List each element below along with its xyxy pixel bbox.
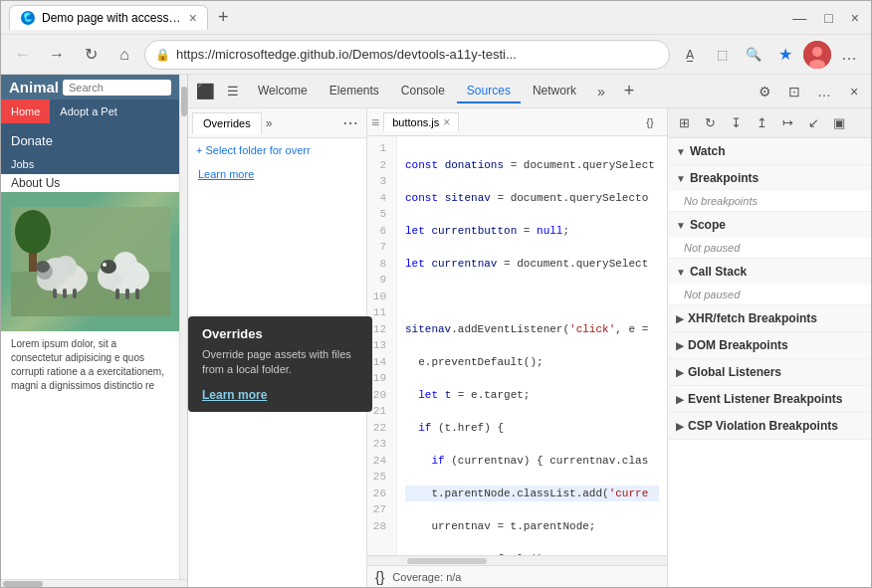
address-bar[interactable]: 🔒 https://microsoftedge.github.io/Demos/… — [144, 40, 670, 70]
dom-section: ▶ DOM Breakpoints — [668, 332, 871, 359]
global-header[interactable]: ▶ Global Listeners — [668, 359, 871, 385]
scope-header[interactable]: ▼ Scope — [668, 212, 871, 238]
dock-icon[interactable]: ⊡ — [781, 79, 807, 104]
scrollbar-thumb[interactable] — [407, 558, 487, 564]
tooltip-learn-more[interactable]: Learn more — [202, 388, 267, 402]
learn-more-link[interactable]: Learn more — [188, 162, 366, 186]
csp-section: ▶ CSP Violation Breakpoints — [668, 413, 871, 440]
sub-tab-dots[interactable]: ⋯ — [338, 113, 362, 132]
coverage-text: Coverage: n/a — [392, 571, 461, 583]
sub-tab-more[interactable]: » — [262, 116, 277, 130]
resume-icon[interactable]: ↻ — [698, 111, 722, 135]
step-over-icon[interactable]: ↧ — [724, 111, 748, 135]
add-tab-button[interactable]: + — [616, 79, 642, 104]
dom-label: DOM Breakpoints — [688, 338, 788, 352]
tab-elements[interactable]: Elements — [320, 80, 389, 103]
donate-link[interactable]: Donate — [1, 125, 179, 156]
breakpoints-label: Breakpoints — [690, 171, 759, 185]
event-header[interactable]: ▶ Event Listener Breakpoints — [668, 386, 871, 412]
back-button[interactable]: ← — [9, 41, 37, 69]
right-sections: ▼ Watch ▼ Breakpoints No breakpoints — [668, 138, 871, 587]
event-arrow: ▶ — [676, 394, 684, 405]
dom-header[interactable]: ▶ DOM Breakpoints — [668, 332, 871, 358]
sources-sidebar: Overrides » ⋯ + Select folder for overr … — [188, 108, 367, 587]
browser-tab[interactable]: Demo page with accessibility iss × — [9, 5, 208, 30]
pretty-print-button[interactable]: {} — [637, 109, 663, 135]
horizontal-scrollbar-code[interactable] — [367, 555, 667, 565]
sub-tab-overrides[interactable]: Overrides — [192, 112, 262, 134]
csp-header[interactable]: ▶ CSP Violation Breakpoints — [668, 413, 871, 439]
nav-item-adopt[interactable]: Adopt a Pet — [50, 99, 127, 123]
more-options-icon[interactable]: … — [811, 79, 837, 104]
forward-button[interactable]: → — [43, 41, 71, 69]
columns-icon[interactable]: ⊞ — [672, 111, 696, 135]
global-section: ▶ Global Listeners — [668, 359, 871, 386]
breakpoints-content: No breakpoints — [668, 191, 871, 211]
call-stack-arrow: ▼ — [676, 267, 686, 278]
call-stack-label: Call Stack — [690, 265, 747, 279]
split-screen-button[interactable]: ⬚ — [708, 41, 736, 69]
home-button[interactable]: ⌂ — [110, 41, 138, 69]
tooltip-overlay: Overrides Override page assets with file… — [188, 316, 372, 412]
read-aloud-button[interactable]: A̲ — [676, 41, 704, 69]
horizontal-scrollbar[interactable] — [3, 581, 43, 587]
site-body-text: Lorem ipsum dolor, sit a consectetur adi… — [1, 331, 179, 399]
new-tab-button[interactable]: + — [212, 7, 235, 28]
step-out-icon[interactable]: ↦ — [775, 111, 799, 135]
call-stack-header[interactable]: ▼ Call Stack — [668, 259, 871, 285]
devtools-device-icon[interactable]: ⬛ — [192, 79, 218, 104]
csp-label: CSP Violation Breakpoints — [688, 419, 838, 433]
tab-close-icon[interactable]: × — [189, 10, 197, 26]
select-folder-button[interactable]: + Select folder for overr — [188, 138, 366, 162]
jobs-link[interactable]: Jobs — [1, 156, 44, 172]
editor-nav-icon[interactable]: ≡ — [371, 114, 379, 130]
browser-favicon — [20, 10, 36, 26]
scope-label: Scope — [690, 218, 726, 232]
watch-header[interactable]: ▼ Watch — [668, 138, 871, 164]
close-button[interactable]: × — [847, 10, 863, 26]
minimize-button[interactable]: — — [788, 10, 810, 26]
zoom-button[interactable]: 🔍 — [740, 41, 767, 69]
site-title: Animal — [9, 79, 59, 96]
event-label: Event Listener Breakpoints — [688, 392, 842, 406]
vertical-scrollbar[interactable] — [181, 87, 187, 116]
tab-sources[interactable]: Sources — [457, 80, 521, 103]
file-tab-label: buttons.js — [392, 116, 439, 128]
settings-icon[interactable]: ⚙ — [752, 79, 777, 104]
tooltip-body: Override page assets with files from a l… — [202, 347, 358, 378]
right-toolbar: ⊞ ↻ ↧ ↥ ↦ ↙ ▣ — [668, 108, 871, 138]
tab-welcome[interactable]: Welcome — [248, 80, 318, 103]
svg-rect-23 — [125, 289, 129, 299]
devtools-content: Overrides » ⋯ + Select folder for overr … — [188, 108, 871, 587]
nav-item-home[interactable]: Home — [1, 99, 50, 123]
file-tab-close[interactable]: × — [443, 115, 450, 129]
brace-icon: {} — [375, 569, 384, 585]
xhr-arrow: ▶ — [676, 313, 684, 324]
search-input[interactable] — [63, 80, 171, 96]
breakpoints-header[interactable]: ▼ Breakpoints — [668, 165, 871, 191]
devtools-inspect-icon[interactable]: ☰ — [220, 79, 246, 104]
deactivate-icon[interactable]: ▣ — [827, 111, 851, 135]
refresh-button[interactable]: ↻ — [77, 41, 105, 69]
more-tabs-button[interactable]: » — [588, 79, 614, 104]
profile-icon[interactable] — [803, 41, 831, 69]
nav-actions: A̲ ⬚ 🔍 ★ … — [676, 41, 863, 69]
svg-point-2 — [812, 47, 822, 57]
tab-network[interactable]: Network — [523, 80, 586, 103]
svg-point-19 — [113, 252, 137, 276]
code-editor-header: ≡ buttons.js × {} — [367, 108, 667, 136]
more-button[interactable]: … — [835, 41, 863, 69]
step-icon[interactable]: ↙ — [801, 111, 825, 135]
file-tab-buttons-js[interactable]: buttons.js × — [383, 112, 459, 131]
scope-content: Not paused — [668, 238, 871, 258]
code-area[interactable]: 12345 678910 11121314 19202122 23242526 … — [367, 136, 667, 555]
xhr-header[interactable]: ▶ XHR/fetch Breakpoints — [668, 305, 871, 331]
maximize-button[interactable]: □ — [820, 10, 836, 26]
step-into-icon[interactable]: ↥ — [750, 111, 773, 135]
close-devtools-button[interactable]: × — [841, 79, 867, 104]
tab-console[interactable]: Console — [391, 80, 455, 103]
favorites-button[interactable]: ★ — [771, 41, 799, 69]
svg-rect-24 — [135, 289, 139, 299]
about-link[interactable]: About Us — [1, 174, 179, 192]
watch-arrow: ▼ — [676, 146, 686, 157]
